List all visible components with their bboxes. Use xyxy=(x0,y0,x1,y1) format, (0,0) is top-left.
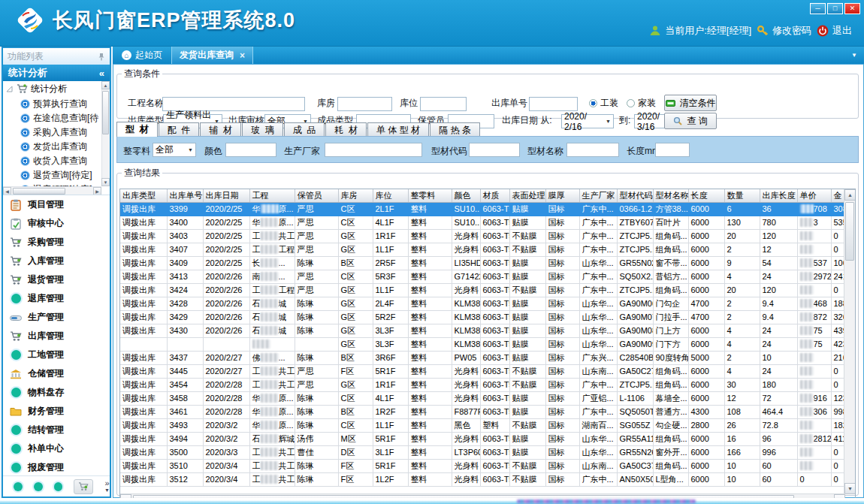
circle-icon[interactable] xyxy=(34,482,43,491)
length-input[interactable] xyxy=(655,143,690,157)
material-tab-2[interactable]: 配 件 xyxy=(159,122,200,137)
column-header[interactable]: 工程 xyxy=(249,189,295,202)
tree-item[interactable]: 发货出库查询 xyxy=(3,140,101,154)
sidebar-item-项目管理[interactable]: 项目管理 xyxy=(3,195,110,214)
column-header[interactable]: 出库类型 xyxy=(120,189,167,202)
column-header[interactable]: 型材名称 xyxy=(653,189,688,202)
maximize-button[interactable]: □ xyxy=(827,3,843,14)
tree-item[interactable]: 在途信息查询[待 xyxy=(3,111,101,125)
table-row[interactable]: 调拨出库34542020/2/28工共工程严思G区1R1F整料光身料6063-T… xyxy=(120,378,844,391)
column-header[interactable]: 颜色 xyxy=(452,189,480,202)
tree-horizontal-scrollbar[interactable]: ◀ ▶ xyxy=(3,186,101,195)
material-tab-5[interactable]: 成 品 xyxy=(284,122,325,137)
clear-conditions-button[interactable]: 清空条件 xyxy=(664,95,717,111)
table-row[interactable]: 调拨出库34032020/2/25工共工程严思G区1R1F整料光身料6063-T… xyxy=(120,229,844,243)
column-header[interactable]: 整零料 xyxy=(408,189,452,202)
sidebar-item-物料盘存[interactable]: 物料盘存 xyxy=(3,383,110,402)
table-row[interactable]: 调拨出库34452020/2/27工共工程严思F区5R1F整料光身料6063-T… xyxy=(120,364,844,378)
sidebar-item-财务管理[interactable]: 财务管理 xyxy=(3,402,110,421)
column-header[interactable]: 膜厚 xyxy=(545,189,579,202)
table-row[interactable]: 调拨出库34292020/2/26石城陈琳G区5R2F整料KLM38176063… xyxy=(120,310,844,324)
search-button[interactable]: 查 询 xyxy=(664,113,717,129)
table-row[interactable]: 调拨出库34932020/3/2华原...陈琳C区1L1F整料黑色塑料不贴膜国标… xyxy=(120,418,844,432)
column-header[interactable]: 金 xyxy=(831,189,844,202)
material-tab-3[interactable]: 辅 材 xyxy=(200,122,241,137)
table-row[interactable]: G区3L3F整料KLM38176063-T5贴膜国标山东华...GA90M09.… xyxy=(120,337,844,351)
table-row[interactable]: 调拨出库34242020/2/26工工程严思G区1L1F整料光身料6063-T5… xyxy=(120,283,844,297)
circle-icon[interactable] xyxy=(54,482,63,491)
overflow-chevron[interactable]: »▼ xyxy=(104,480,110,493)
column-header[interactable]: 出库长度 xyxy=(760,189,797,202)
table-row[interactable]: 调拨出库34092020/2/25长...陈琳B区2R5F整料LI35HD606… xyxy=(120,256,844,270)
sidebar-item-补单中心[interactable]: 补单中心 xyxy=(3,439,110,458)
table-row[interactable]: 调拨出库34372020/2/27佛...陈琳B区3R6F整料PW056063-… xyxy=(120,351,844,364)
sidebar-item-退货管理[interactable]: 退货管理 xyxy=(3,270,110,289)
collapse-icon[interactable]: « xyxy=(99,68,104,79)
sidebar-item-审核中心[interactable]: 审核中心 xyxy=(3,214,110,233)
column-header[interactable]: 生产厂家 xyxy=(579,189,617,202)
tab-shipment-outbound-query[interactable]: 发货出库查询 × xyxy=(171,47,253,64)
table-row[interactable]: 调拨出库34582020/2/28华原...陈琳C区4L1F整料光身料6063-… xyxy=(120,391,844,405)
cart-button[interactable] xyxy=(74,479,93,494)
material-tab-4[interactable]: 玻 璃 xyxy=(242,122,283,137)
tab-home[interactable]: ⌂ 起始页 xyxy=(113,47,171,64)
logout-button[interactable]: 退出 xyxy=(817,24,852,38)
column-header[interactable]: 表面处理 xyxy=(509,189,545,202)
sidebar-item-仓储管理[interactable]: 仓储管理 xyxy=(3,364,110,383)
column-header[interactable]: 单价 xyxy=(797,189,831,202)
table-row[interactable]: 调拨出库34002020/2/25华原...严思C区4L1F整料SU10...6… xyxy=(120,216,844,229)
tree-item[interactable]: 预算执行查询 xyxy=(3,97,101,111)
material-tab-8[interactable]: 隔 热 条 xyxy=(430,122,480,137)
table-row[interactable]: 调拨出库34942020/3/2石辉城汤伟M区5R1F整料光身料6063-T5贴… xyxy=(120,432,844,445)
sidebar-section-statistics[interactable]: 统计分析 « xyxy=(3,65,110,81)
material-tab-7[interactable]: 单 体 型 材 xyxy=(367,122,429,137)
tree-vertical-scrollbar[interactable]: ▲ ▼ xyxy=(101,81,110,186)
change-password-button[interactable]: 修改密码 xyxy=(757,24,811,38)
grid-vertical-scrollbar[interactable]: ▲ ▼ xyxy=(844,189,855,494)
sidebar-item-采购管理[interactable]: 采购管理 xyxy=(3,233,110,252)
outbound-no-input[interactable] xyxy=(529,97,578,111)
column-header[interactable]: 材质 xyxy=(480,189,509,202)
date-from-picker[interactable]: 2020/ 2/16▼ xyxy=(561,114,614,128)
tree-expander-icon[interactable] xyxy=(6,86,14,92)
column-header[interactable]: 数量 xyxy=(724,189,760,202)
tab-close-icon[interactable]: × xyxy=(240,50,245,61)
location-input[interactable] xyxy=(420,97,467,111)
pin-icon[interactable] xyxy=(98,53,105,61)
sidebar-item-结转管理[interactable]: 结转管理 xyxy=(3,421,110,439)
sidebar-item-报废管理[interactable]: 报废管理 xyxy=(3,458,110,475)
sidebar-item-退库管理[interactable]: 退库管理 xyxy=(3,289,110,308)
table-row[interactable]: 调拨出库33992020/2/25华原...严思C区2L1F整料SU10...6… xyxy=(120,202,844,216)
whole-part-select[interactable]: 全部▼ xyxy=(153,143,196,157)
sidebar-item-工地管理[interactable]: 工地管理 xyxy=(3,346,110,364)
warehouse-input[interactable] xyxy=(337,97,392,111)
minimize-button[interactable]: ─ xyxy=(810,3,826,14)
table-row[interactable]: 调拨出库35122020/3/4工共工程陈琳F区1L2F整料光身料6063-T5… xyxy=(120,472,844,486)
profile-code-input[interactable] xyxy=(469,143,520,157)
profile-name-input[interactable] xyxy=(566,143,619,157)
column-header[interactable]: 出库单号 xyxy=(167,189,203,202)
table-row[interactable]: 调拨出库35002020/3/3工共工程曹佳D区3L1F整料LT3P606063… xyxy=(120,445,844,459)
table-row[interactable]: 调拨出库34302020/2/26石城陈琳G区3L3F整料KLM38176063… xyxy=(120,324,844,337)
column-header[interactable]: 库房 xyxy=(338,189,373,202)
material-tab-1[interactable]: 型 材 xyxy=(116,122,158,137)
column-header[interactable]: 长度 xyxy=(688,189,724,202)
sidebar-item-生产管理[interactable]: 生产管理 xyxy=(3,308,110,327)
close-button[interactable]: ✕ xyxy=(844,3,860,14)
color-input[interactable] xyxy=(225,143,276,157)
tree-item[interactable]: 退货查询[待定] xyxy=(3,168,101,183)
circle-icon[interactable] xyxy=(14,482,23,491)
table-row[interactable]: 调拨出库34072020/2/25工工程严思G区1L1F整料光身料6063-T5… xyxy=(120,243,844,256)
tab-list-dropdown-icon[interactable]: ▼ xyxy=(851,52,864,59)
tree-item[interactable]: 收货入库查询 xyxy=(3,154,101,168)
tree-item[interactable]: 采购入库查询 xyxy=(3,125,101,140)
tree-root-statistics[interactable]: 统计分析 xyxy=(3,81,101,97)
table-row[interactable]: 调拨出库34282020/2/26石城陈琳G区2L4F整料KLM38176063… xyxy=(120,297,844,310)
table-row[interactable]: 调拨出库35102020/3/4工共工程陈琳F区5R1F整料光身料6063-T5… xyxy=(120,459,844,472)
radio-gongzhuang[interactable]: 工装 xyxy=(589,97,618,110)
sidebar-item-出库管理[interactable]: 出库管理 xyxy=(3,327,110,346)
manufacturer-input[interactable] xyxy=(325,143,422,157)
material-tab-6[interactable]: 耗 材 xyxy=(325,122,367,137)
sidebar-item-入库管理[interactable]: 入库管理 xyxy=(3,252,110,270)
table-row[interactable]: 调拨出库34132020/2/26南...严思C区5R3F整料G71422606… xyxy=(120,270,844,283)
